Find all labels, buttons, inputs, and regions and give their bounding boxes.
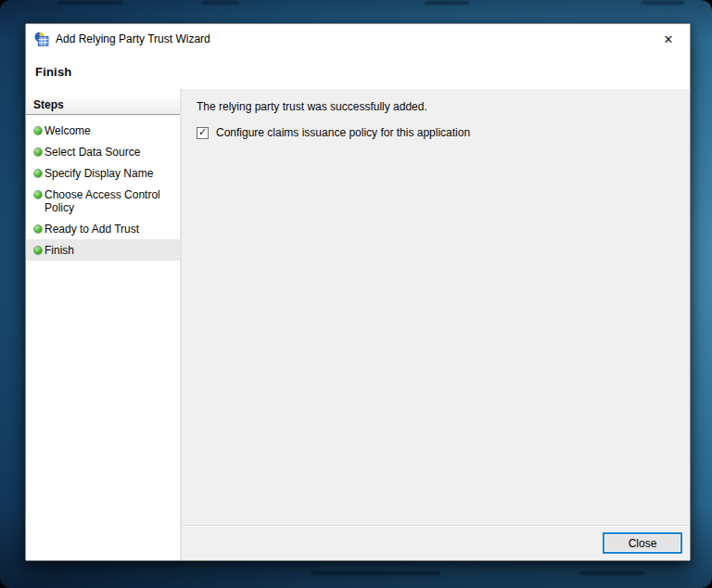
page-title: Finish <box>35 65 690 79</box>
background-window-remnant <box>579 571 644 575</box>
step-item-welcome[interactable]: Welcome <box>26 120 180 141</box>
background-window-remnant <box>57 1 122 5</box>
close-action-button[interactable]: Close <box>603 532 682 554</box>
steps-header: Steps <box>26 95 180 115</box>
step-item-select-data-source[interactable]: Select Data Source <box>26 141 180 162</box>
step-complete-icon <box>34 191 42 198</box>
step-item-specify-display-name[interactable]: Specify Display Name <box>26 162 180 184</box>
background-window-remnant <box>202 1 239 5</box>
success-message: The relying party trust was successfully… <box>197 100 675 113</box>
checkmark-icon: ✓ <box>198 128 207 137</box>
footer-bar: Close <box>182 525 690 560</box>
desktop-background: Add Relying Party Trust Wizard ✕ Finish … <box>0 0 712 588</box>
step-label: Select Data Source <box>44 146 140 159</box>
step-complete-icon <box>34 225 42 233</box>
steps-list: Welcome Select Data Source Specify Displ… <box>26 115 180 261</box>
close-icon: ✕ <box>664 33 674 45</box>
background-window-remnant <box>311 571 440 575</box>
step-item-finish[interactable]: Finish <box>26 239 180 261</box>
content-pane: The relying party trust was successfully… <box>180 89 690 560</box>
window-title: Add Relying Party Trust Wizard <box>56 32 210 45</box>
step-label: Welcome <box>44 124 91 137</box>
title-bar: Add Relying Party Trust Wizard ✕ <box>26 24 690 54</box>
step-item-ready-to-add-trust[interactable]: Ready to Add Trust <box>26 218 180 239</box>
claims-policy-checkbox[interactable]: ✓ <box>197 127 209 139</box>
content-main: The relying party trust was successfully… <box>182 89 690 525</box>
background-window-remnant <box>642 1 684 5</box>
wizard-body: Steps Welcome Select Data Source Specify… <box>26 89 690 560</box>
claims-policy-checkbox-label: Configure claims issuance policy for thi… <box>216 126 470 139</box>
close-button[interactable]: ✕ <box>655 28 682 50</box>
step-label: Choose Access Control Policy <box>44 188 160 214</box>
step-label: Finish <box>44 244 74 257</box>
step-item-choose-access-control-policy[interactable]: Choose Access Control Policy <box>26 184 180 218</box>
background-window-remnant <box>425 1 469 5</box>
wizard-window: Add Relying Party Trust Wizard ✕ Finish … <box>25 23 691 561</box>
step-complete-icon <box>34 170 42 177</box>
step-complete-icon <box>34 127 42 134</box>
wizard-header: Finish <box>26 54 690 89</box>
step-label: Ready to Add Trust <box>44 223 139 236</box>
claims-policy-checkbox-row[interactable]: ✓ Configure claims issuance policy for t… <box>197 126 675 139</box>
adfs-wizard-icon <box>33 32 49 46</box>
step-label: Specify Display Name <box>44 167 153 180</box>
step-complete-icon <box>34 247 42 254</box>
step-complete-icon <box>34 148 42 156</box>
steps-sidebar: Steps Welcome Select Data Source Specify… <box>26 89 180 560</box>
